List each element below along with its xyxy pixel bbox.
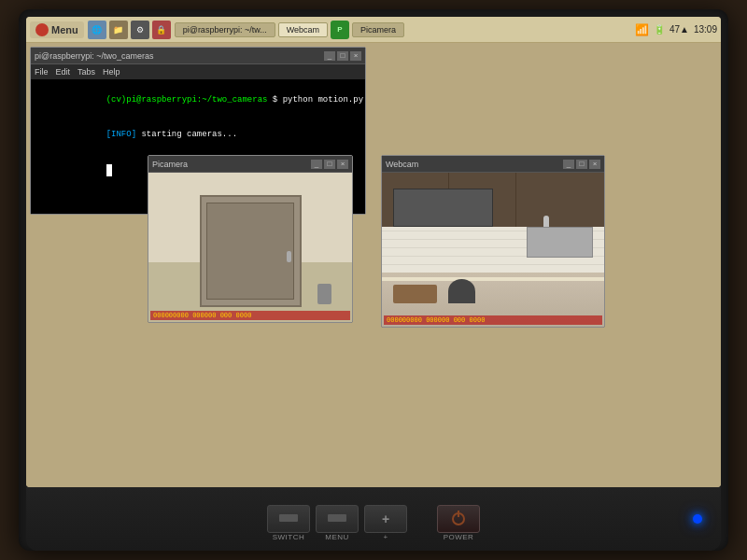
settings-icon: ⚙	[131, 21, 149, 39]
picamera-overlay: 000000000 000000 000 0000	[150, 311, 350, 320]
menu-button[interactable]	[316, 505, 359, 533]
cam2-close[interactable]: ×	[589, 160, 600, 169]
battery-level: 47▲	[669, 24, 689, 35]
power-label: POWER	[437, 533, 480, 541]
taskbar-task-picamera[interactable]: Picamera	[352, 22, 404, 37]
door-frame	[200, 195, 302, 307]
terminal-title: pi@raspberrypi: ~/two_cameras	[35, 51, 324, 61]
webcam-title: Webcam	[386, 160, 563, 169]
folder-icon: 📁	[109, 21, 128, 39]
cabinet-line-2	[515, 173, 516, 227]
menu-tabs[interactable]: Tabs	[78, 67, 95, 77]
door-panel	[206, 203, 295, 300]
globe-icon: 🌐	[88, 21, 106, 39]
battery-icon: 🔋	[654, 24, 665, 35]
cam2-minimize[interactable]: _	[563, 160, 574, 169]
taskbar-system-icons: 🌐 📁 ⚙ 🔒	[88, 21, 171, 39]
power-button[interactable]	[437, 505, 480, 533]
taskbar-menu-button[interactable]: Menu	[30, 21, 84, 38]
menu-edit[interactable]: Edit	[56, 67, 71, 77]
picamera-image	[148, 173, 352, 322]
wifi-icon: 📶	[635, 23, 649, 36]
kitchen-cabinets	[382, 173, 604, 227]
counter-item-1	[393, 285, 438, 303]
desktop-area: pi@raspberrypi: ~/two_cameras _ □ × File…	[26, 43, 721, 487]
switch-icon	[279, 514, 298, 522]
monitor-bottom: + SWITCH MENU + POWER	[26, 487, 721, 551]
terminal-line-2: [INFO] starting cameras...	[35, 118, 360, 153]
webcam-titlebar: Webcam _ □ ×	[382, 156, 604, 173]
plus-button[interactable]: +	[364, 505, 407, 533]
taskbar: Menu 🌐 📁 ⚙ 🔒 pi@raspberrypi: ~/tw... Web…	[26, 17, 721, 43]
security-icon: 🔒	[152, 21, 171, 39]
terminal-line-1: (cv)pi@raspberrypi:~/two_cameras $ pytho…	[35, 82, 360, 118]
minimize-button[interactable]: _	[324, 51, 335, 61]
switch-label: SWITCH	[267, 533, 310, 541]
door-handle	[287, 251, 291, 262]
microwave	[393, 189, 493, 226]
cam2-maximize[interactable]: □	[576, 160, 587, 169]
taskbar-task-webcam[interactable]: Webcam	[278, 22, 328, 37]
counter	[382, 277, 604, 281]
picamera-window[interactable]: Picamera _ □ ×	[148, 155, 353, 323]
picamera-title: Picamera	[152, 160, 311, 169]
cam1-maximize[interactable]: □	[324, 160, 335, 169]
picamera-titlebar: Picamera _ □ ×	[148, 156, 352, 173]
screen-bezel: Menu 🌐 📁 ⚙ 🔒 pi@raspberrypi: ~/tw... Web…	[26, 17, 721, 487]
menu-icon	[328, 514, 346, 522]
menu-file[interactable]: File	[35, 67, 49, 77]
menu-label: MENU	[316, 533, 359, 541]
counter-item-2	[448, 279, 475, 303]
power-led	[693, 514, 702, 524]
picamera-icon: P	[331, 21, 349, 39]
trash-can	[317, 284, 331, 304]
cam1-minimize[interactable]: _	[311, 160, 322, 169]
menu-help[interactable]: Help	[103, 67, 120, 77]
menu-label: Menu	[51, 24, 78, 35]
taskbar-tasks: pi@raspberrypi: ~/tw... Webcam P Picamer…	[175, 21, 631, 39]
clock: 13:09	[694, 24, 717, 35]
maximize-button[interactable]: □	[337, 51, 348, 61]
terminal-titlebar: pi@raspberrypi: ~/two_cameras _ □ ×	[31, 48, 365, 64]
webcam-feed: 000000000 000000 000 0000	[382, 173, 604, 327]
rpi-desktop: Menu 🌐 📁 ⚙ 🔒 pi@raspberrypi: ~/tw... Web…	[26, 17, 721, 487]
taskbar-right: 📶 🔋 47▲ 13:09	[635, 23, 717, 36]
close-button[interactable]: ×	[350, 51, 361, 61]
rpi-logo-icon	[35, 23, 49, 36]
picamera-controls: _ □ ×	[311, 160, 348, 169]
picamera-feed: 000000000 000000 000 0000	[148, 173, 352, 322]
button-labels: SWITCH MENU + POWER	[101, 533, 646, 541]
monitor-buttons: +	[267, 505, 480, 533]
monitor: Menu 🌐 📁 ⚙ 🔒 pi@raspberrypi: ~/tw... Web…	[19, 9, 728, 551]
plus-icon: +	[382, 511, 389, 526]
taskbar-task-terminal[interactable]: pi@raspberrypi: ~/tw...	[175, 22, 275, 37]
plus-label: +	[364, 533, 407, 541]
power-icon	[452, 512, 465, 525]
cam1-close[interactable]: ×	[337, 160, 348, 169]
sink-area	[527, 227, 593, 258]
switch-button[interactable]	[267, 505, 310, 533]
window-controls: _ □ ×	[324, 51, 361, 61]
svg-point-0	[38, 26, 46, 34]
webcam-overlay: 000000000 000000 000 0000	[384, 315, 602, 325]
terminal-menu: File Edit Tabs Help	[31, 64, 365, 79]
webcam-window[interactable]: Webcam _ □ ×	[381, 155, 605, 328]
webcam-controls: _ □ ×	[563, 160, 600, 169]
webcam-image	[382, 173, 604, 327]
